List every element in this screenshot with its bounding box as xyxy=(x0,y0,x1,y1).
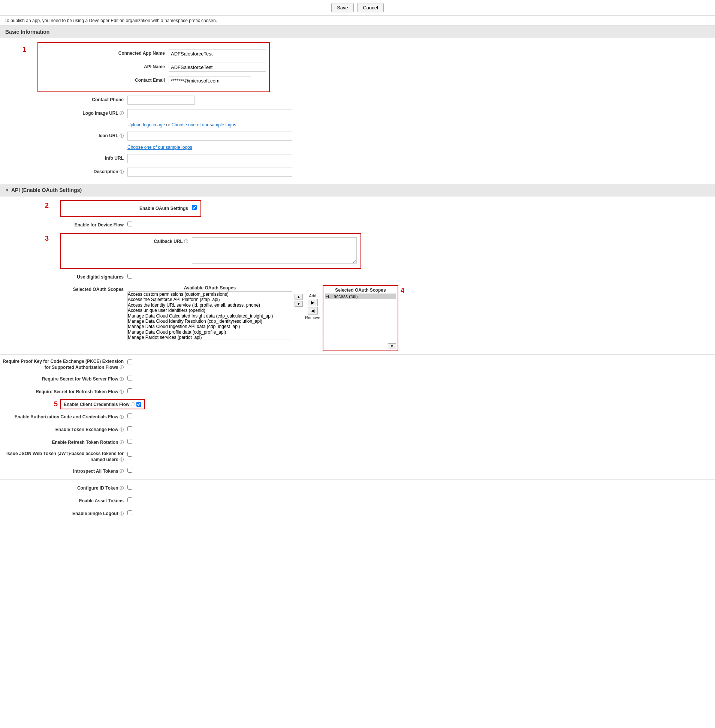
selected-scopes-list[interactable]: Full access (full) xyxy=(325,293,396,342)
full-access-option[interactable]: Full access (full) xyxy=(325,294,396,299)
refresh-rotation-checkbox[interactable] xyxy=(127,439,132,444)
asset-tokens-checkbox-cell[interactable] xyxy=(127,497,132,502)
introspect-checkbox-cell[interactable] xyxy=(127,467,132,473)
introspect-checkbox[interactable] xyxy=(127,468,132,473)
description-help-icon: ⓘ xyxy=(119,169,124,174)
number-5-badge: 5 xyxy=(45,400,60,408)
contact-phone-field[interactable] xyxy=(127,95,322,104)
digital-sig-checkbox-cell[interactable] xyxy=(127,273,132,278)
single-logout-row: Enable Single Logout ⓘ xyxy=(0,508,715,519)
pkce-row: Require Proof Key for Code Exchange (PKC… xyxy=(0,358,715,372)
add-scope-button[interactable]: ▶ xyxy=(308,299,318,306)
logo-link-row: Upload logo image or Choose one of our s… xyxy=(127,121,715,128)
connected-app-name-row: Connected App Name xyxy=(41,48,266,59)
contact-phone-input[interactable] xyxy=(127,95,195,104)
connected-app-name-field[interactable] xyxy=(169,49,266,58)
secret-refresh-checkbox-cell[interactable] xyxy=(127,388,132,393)
asset-tokens-label: Enable Asset Tokens xyxy=(0,497,127,505)
jwt-checkbox[interactable] xyxy=(127,452,132,456)
api-section-title: API (Enable OAuth Settings) xyxy=(11,187,82,193)
scopes-scroll-down-button[interactable]: ▼ xyxy=(294,301,303,307)
number-2-badge: 2 xyxy=(45,200,60,210)
contact-email-row: Contact Email xyxy=(41,75,266,86)
api-name-row: API Name xyxy=(41,62,266,73)
icon-link-row: Choose one of our sample logos xyxy=(127,144,715,151)
info-url-label: Info URL xyxy=(0,154,127,162)
asset-tokens-checkbox[interactable] xyxy=(127,497,132,502)
remove-scope-button[interactable]: ◀ xyxy=(308,307,318,314)
device-flow-checkbox-cell[interactable] xyxy=(127,221,132,227)
available-scopes-list[interactable]: Access custom permissions (custom_permis… xyxy=(127,291,292,340)
introspect-row: Introspect All Tokens ⓘ xyxy=(0,466,715,476)
jwt-checkbox-cell[interactable] xyxy=(127,451,132,456)
enable-oauth-checkbox-cell[interactable] xyxy=(192,204,197,210)
digital-sig-checkbox[interactable] xyxy=(127,273,132,278)
api-name-input[interactable] xyxy=(169,63,266,72)
save-button[interactable]: Save xyxy=(331,3,354,12)
contact-phone-row: Contact Phone xyxy=(0,94,715,106)
auth-code-checkbox-cell[interactable] xyxy=(127,413,132,418)
icon-url-field[interactable] xyxy=(127,131,322,140)
token-exchange-checkbox[interactable] xyxy=(127,426,132,431)
id-token-label: Configure ID Token ⓘ xyxy=(0,484,127,492)
secret-web-checkbox-cell[interactable] xyxy=(127,375,132,381)
api-section-header: ▼ API (Enable OAuth Settings) xyxy=(0,184,715,196)
callback-url-label: Callback URL ⓘ xyxy=(65,237,192,246)
pkce-label: Require Proof Key for Code Exchange (PKC… xyxy=(0,359,127,370)
api-section-arrow[interactable]: ▼ xyxy=(5,188,9,192)
contact-email-input[interactable] xyxy=(169,76,251,85)
single-logout-checkbox[interactable] xyxy=(127,510,132,515)
connected-app-name-input[interactable] xyxy=(169,49,266,58)
sample-logos-link-2[interactable]: Choose one of our sample logos xyxy=(127,145,192,150)
refresh-rotation-row: Enable Refresh Token Rotation ⓘ xyxy=(0,437,715,448)
contact-phone-label: Contact Phone xyxy=(0,95,127,104)
selected-scopes-title: Selected OAuth Scopes xyxy=(325,287,396,293)
pkce-checkbox[interactable] xyxy=(127,359,132,364)
logo-url-input[interactable] xyxy=(127,109,292,118)
enable-oauth-checkbox[interactable] xyxy=(192,205,197,210)
info-url-row: Info URL xyxy=(0,153,715,164)
secret-web-row: Require Secret for Web Server Flow ⓘ xyxy=(0,374,715,384)
single-logout-checkbox-cell[interactable] xyxy=(127,509,132,515)
introspect-help-icon: ⓘ xyxy=(119,469,124,473)
jwt-row: Issue JSON Web Token (JWT)-based access … xyxy=(0,450,715,464)
info-url-field[interactable] xyxy=(127,154,322,163)
scopes-scroll-up-button[interactable]: ▲ xyxy=(294,294,303,299)
client-credentials-help-icon: ⓘ xyxy=(131,402,135,407)
secret-web-checkbox[interactable] xyxy=(127,376,132,381)
single-logout-label: Enable Single Logout ⓘ xyxy=(0,509,127,518)
logo-url-field[interactable] xyxy=(127,109,322,118)
device-flow-checkbox[interactable] xyxy=(127,222,132,227)
pkce-checkbox-cell[interactable] xyxy=(127,359,132,364)
single-logout-help-icon: ⓘ xyxy=(119,511,124,516)
api-section-body: 2 Enable OAuth Settings Enable for Devic… xyxy=(0,196,715,525)
token-exchange-label: Enable Token Exchange Flow ⓘ xyxy=(0,426,127,434)
callback-url-textarea[interactable] xyxy=(192,237,357,264)
id-token-checkbox-cell[interactable] xyxy=(127,484,132,489)
enable-oauth-row: Enable OAuth Settings xyxy=(65,203,197,214)
api-name-field[interactable] xyxy=(169,63,266,72)
auth-code-checkbox[interactable] xyxy=(127,414,132,418)
digital-sig-label: Use digital signatures xyxy=(0,273,127,281)
id-token-checkbox[interactable] xyxy=(127,485,132,489)
selected-scopes-scroll-down-button[interactable]: ▼ xyxy=(388,343,396,349)
description-field[interactable] xyxy=(127,168,322,177)
number-1-badge: 1 xyxy=(23,42,38,54)
client-credentials-checkbox[interactable] xyxy=(136,402,141,407)
sample-logos-link-1[interactable]: Choose one of our sample logos xyxy=(171,122,236,127)
id-token-help-icon: ⓘ xyxy=(119,486,124,490)
contact-email-field[interactable] xyxy=(169,76,266,85)
callback-url-field[interactable] xyxy=(192,237,357,265)
description-input[interactable] xyxy=(127,168,292,177)
secret-refresh-checkbox[interactable] xyxy=(127,388,132,393)
cancel-button[interactable]: Cancel xyxy=(357,3,383,12)
icon-url-input[interactable] xyxy=(127,131,292,140)
jwt-help-icon: ⓘ xyxy=(119,457,124,462)
refresh-rotation-help-icon: ⓘ xyxy=(119,440,124,445)
available-scopes-title: Available OAuth Scopes xyxy=(127,285,292,290)
upload-logo-link[interactable]: Upload logo image xyxy=(127,122,165,127)
refresh-rotation-checkbox-cell[interactable] xyxy=(127,438,132,444)
token-exchange-checkbox-cell[interactable] xyxy=(127,426,132,431)
auth-code-help-icon: ⓘ xyxy=(119,415,124,419)
info-url-input[interactable] xyxy=(127,154,292,163)
